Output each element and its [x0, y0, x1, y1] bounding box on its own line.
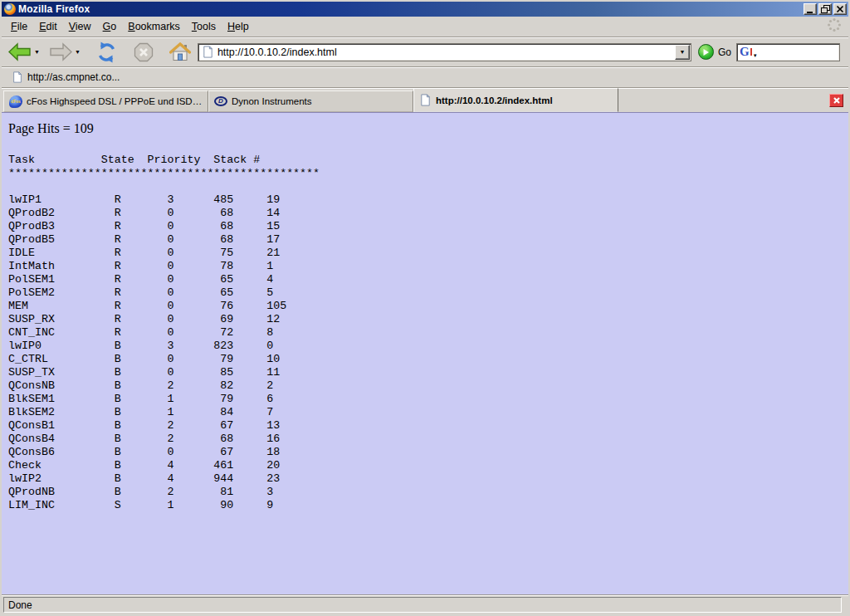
- reload-button[interactable]: [95, 41, 119, 64]
- go-button[interactable]: Go: [698, 44, 731, 60]
- minimize-button[interactable]: [804, 3, 817, 15]
- firefox-logo-icon: [4, 3, 16, 15]
- forward-arrow-icon: [48, 42, 73, 61]
- home-icon: [169, 42, 191, 62]
- url-bar[interactable]: ▼: [198, 43, 691, 61]
- throbber-icon: [827, 17, 842, 36]
- tab-label: http://10.0.10.2/index.html: [436, 95, 553, 105]
- page-content: Page Hits = 109 Task State Priority Stac…: [2, 112, 848, 594]
- go-label: Go: [718, 46, 731, 58]
- tab-strip: cFos cFos Highspeed DSL / PPPoE und ISDN…: [2, 87, 848, 112]
- page-icon: [12, 71, 23, 83]
- page-icon: [202, 46, 214, 58]
- close-button[interactable]: [833, 3, 847, 15]
- restore-icon: [820, 4, 831, 14]
- url-dropdown[interactable]: ▼: [675, 45, 690, 60]
- menu-go[interactable]: Go: [97, 18, 123, 35]
- page-icon: [419, 94, 432, 106]
- restore-button[interactable]: [818, 3, 832, 15]
- close-tab-x-icon: [833, 96, 841, 105]
- menu-help[interactable]: Help: [222, 18, 255, 35]
- back-button[interactable]: [7, 42, 33, 62]
- bookmark-label: http://as.cmpnet.co...: [27, 71, 120, 83]
- search-box[interactable]: G ▼: [736, 43, 840, 61]
- search-engine-dropdown[interactable]: ▼: [753, 53, 758, 58]
- bookmark-item[interactable]: http://as.cmpnet.co...: [8, 70, 123, 85]
- menu-bar: File Edit View Go Bookmarks Tools Help: [2, 17, 848, 37]
- reload-icon: [95, 42, 118, 63]
- menu-tools[interactable]: Tools: [186, 18, 222, 35]
- status-panel: Done: [3, 597, 842, 613]
- url-input[interactable]: [217, 45, 675, 60]
- browser-window: Mozilla Firefox File Edit View Go Bookma…: [0, 0, 850, 616]
- dynon-icon: D: [214, 96, 227, 106]
- back-arrow-icon: [7, 42, 32, 61]
- google-icon-accent: [750, 48, 752, 56]
- tab-dynon[interactable]: D Dynon Instruments: [208, 90, 413, 112]
- page-hits-text: Page Hits = 109: [8, 121, 848, 136]
- menu-edit[interactable]: Edit: [33, 18, 63, 35]
- cfos-icon: cFos: [9, 95, 22, 108]
- title-bar[interactable]: Mozilla Firefox: [2, 2, 848, 17]
- window-title: Mozilla Firefox: [18, 3, 90, 15]
- home-button[interactable]: [169, 42, 192, 63]
- task-table: Task State Priority Stack # ************…: [8, 154, 848, 512]
- tab-label: Dynon Instruments: [232, 96, 312, 106]
- navigation-toolbar: ▼ ▼: [2, 37, 848, 66]
- close-tab-button[interactable]: [829, 94, 843, 107]
- tab-index-active[interactable]: http://10.0.10.2/index.html: [413, 88, 618, 112]
- close-icon: [835, 4, 845, 14]
- forward-dropdown[interactable]: ▼: [75, 49, 83, 55]
- search-input[interactable]: [760, 46, 837, 58]
- stop-icon: [134, 42, 154, 62]
- google-icon: G: [740, 46, 750, 58]
- status-bar: Done: [2, 594, 848, 614]
- menu-bookmarks[interactable]: Bookmarks: [122, 18, 186, 35]
- go-icon: [698, 44, 714, 60]
- menu-file[interactable]: File: [5, 18, 33, 35]
- minimize-icon: [805, 4, 815, 14]
- stop-button[interactable]: [133, 42, 154, 63]
- menu-view[interactable]: View: [63, 18, 97, 35]
- bookmarks-toolbar: http://as.cmpnet.co...: [2, 66, 848, 87]
- tab-cfos[interactable]: cFos cFos Highspeed DSL / PPPoE und ISDN…: [3, 90, 208, 112]
- forward-button[interactable]: [47, 42, 74, 62]
- back-dropdown[interactable]: ▼: [34, 49, 42, 55]
- tab-label: cFos Highspeed DSL / PPPoE und ISDN CAP.…: [27, 96, 203, 106]
- status-text: Done: [8, 599, 32, 611]
